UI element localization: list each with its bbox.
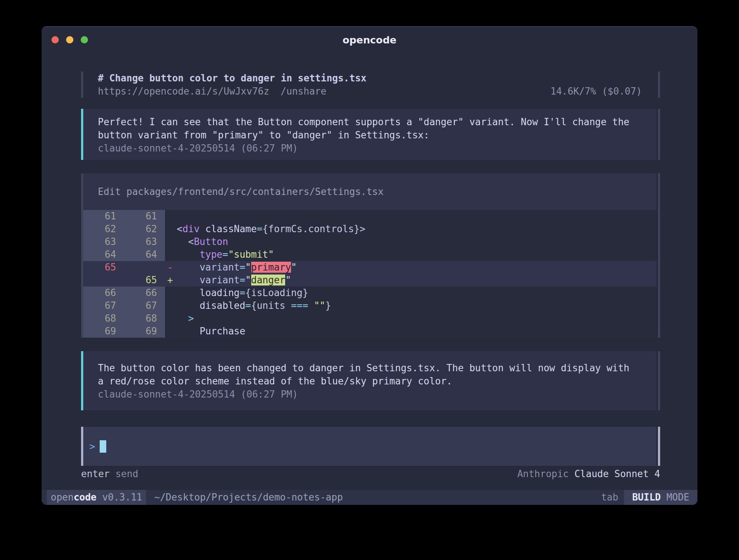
session-content: # Change button color to danger in setti…	[81, 72, 660, 480]
line-number-old: 68	[83, 312, 124, 325]
input-right-bar	[658, 427, 660, 466]
input-left-bar	[81, 427, 83, 466]
prompt-input[interactable]: >	[81, 427, 660, 466]
diff-sign	[165, 312, 177, 325]
diff-sign	[165, 210, 177, 223]
edit-tool-title: Edit packages/frontend/src/containers/Se…	[83, 173, 656, 210]
diff-sign: +	[165, 274, 177, 287]
prompt-chevron-icon: >	[89, 441, 95, 452]
message-accent-bar	[81, 109, 83, 160]
diff-sign: -	[165, 261, 177, 274]
cwd-path: ~/Desktop/Projects/demo-notes-app	[154, 490, 343, 505]
hint-row: enter send Anthropic Claude Sonnet 4	[81, 467, 660, 480]
message-meta: claude-sonnet-4-20250514 (06:27 PM)	[98, 142, 642, 155]
message-line: Perfect! I can see that the Button compo…	[98, 115, 642, 129]
status-bar: opencode v0.3.11 ~/Desktop/Projects/demo…	[42, 490, 697, 505]
assistant-message-2: The button color has been changed to dan…	[81, 351, 660, 410]
hint-enter: enter send	[81, 467, 138, 480]
message-line: button variant from "primary" to "danger…	[98, 129, 642, 142]
text-cursor	[100, 440, 106, 453]
share-url-link[interactable]: https://opencode.ai/s/UwJxv76z	[98, 86, 269, 97]
diff-sign	[165, 325, 177, 338]
code-line: variant="primary"	[177, 261, 297, 274]
share-left-bar	[81, 72, 83, 98]
code-line: variant="danger"	[177, 274, 291, 287]
context-stats: 14.6K/7% ($0.07)	[551, 85, 642, 98]
line-number-new: 66	[124, 287, 165, 299]
diff-rows: 61616262<div className={formCs.controls}…	[83, 210, 656, 338]
line-number-new: 64	[124, 248, 165, 261]
close-button[interactable]	[51, 36, 59, 43]
line-number-old: 62	[83, 223, 124, 235]
diff-sign	[165, 299, 177, 312]
message-right-bar	[658, 351, 660, 410]
edit-left-bar	[81, 173, 83, 338]
model-indicator[interactable]: Anthropic Claude Sonnet 4	[517, 467, 660, 480]
code-line: type="submit"	[177, 248, 274, 261]
edit-tool-card: Edit packages/frontend/src/containers/Se…	[81, 173, 660, 338]
code-line: <Button	[177, 235, 228, 248]
tab-hint: tab	[601, 490, 618, 505]
message-accent-bar	[81, 351, 83, 410]
message-right-bar	[658, 109, 660, 160]
desktop: opencode # Change button color to danger…	[0, 0, 739, 560]
diff-row: 65- variant="primary"	[83, 261, 656, 274]
diff-row: 6767 disabled={units === ""}	[83, 299, 656, 312]
diff-row: 6464 type="submit"	[83, 248, 656, 261]
message-line: a red/rose color scheme instead of the b…	[98, 375, 642, 388]
build-mode-chip[interactable]: BUILD MODE	[624, 490, 697, 505]
line-number-old: 64	[83, 248, 124, 261]
code-line: disabled={units === ""}	[177, 299, 331, 312]
minimize-button[interactable]	[66, 36, 73, 43]
model-label: Claude Sonnet 4	[574, 468, 660, 479]
opencode-window: opencode # Change button color to danger…	[42, 26, 697, 505]
provider-label: Anthropic	[517, 468, 575, 479]
zoom-button[interactable]	[81, 36, 88, 43]
line-number-old: 66	[83, 287, 124, 299]
line-number-old: 65	[83, 261, 124, 274]
line-number-new: 69	[124, 325, 165, 338]
titlebar: opencode	[42, 27, 697, 53]
line-number-new: 68	[124, 312, 165, 325]
line-number-old: 69	[83, 325, 124, 338]
unshare-command[interactable]: /unshare	[281, 86, 326, 97]
diff-row: 6969 Purchase	[83, 325, 656, 338]
line-number-old: 61	[83, 210, 124, 223]
code-line: Purchase	[177, 325, 245, 338]
message-text: The button color has been changed to dan…	[98, 361, 642, 388]
line-number-new: 62	[124, 223, 165, 235]
message-line: The button color has been changed to dan…	[98, 361, 642, 375]
diff-sign	[165, 287, 177, 299]
diff-sign	[165, 248, 177, 261]
line-number-new: 63	[124, 235, 165, 248]
diff-row: 6262<div className={formCs.controls}>	[83, 223, 656, 235]
diff-row: 6363 <Button	[83, 235, 656, 248]
session-title: # Change button color to danger in setti…	[98, 72, 367, 85]
diff-row: 65+ variant="danger"	[83, 274, 656, 287]
window-title: opencode	[342, 34, 397, 46]
code-line: >	[177, 312, 194, 325]
share-right-bar	[658, 72, 660, 98]
line-number-old: 63	[83, 235, 124, 248]
code-line: loading={isLoading}	[177, 287, 308, 299]
share-header: # Change button color to danger in setti…	[81, 72, 660, 98]
diff-row: 6868 >	[83, 312, 656, 325]
line-number-new: 67	[124, 299, 165, 312]
line-number-new	[124, 261, 165, 274]
diff-row: 6666 loading={isLoading}	[83, 287, 656, 299]
app-version-chip: opencode v0.3.11	[47, 490, 146, 505]
message-meta: claude-sonnet-4-20250514 (06:27 PM)	[98, 388, 642, 401]
share-url-group: https://opencode.ai/s/UwJxv76z/unshare	[98, 85, 326, 98]
line-number-new: 61	[124, 210, 165, 223]
assistant-message-1: Perfect! I can see that the Button compo…	[81, 109, 660, 160]
message-text: Perfect! I can see that the Button compo…	[98, 115, 642, 142]
diff-row: 6161	[83, 210, 656, 223]
line-number-old	[83, 274, 124, 287]
edit-right-bar	[658, 173, 660, 338]
diff-sign	[165, 235, 177, 248]
line-number-new: 65	[124, 274, 165, 287]
line-number-old: 67	[83, 299, 124, 312]
diff-sign	[165, 223, 177, 235]
code-line: <div className={formCs.controls}>	[177, 223, 365, 235]
